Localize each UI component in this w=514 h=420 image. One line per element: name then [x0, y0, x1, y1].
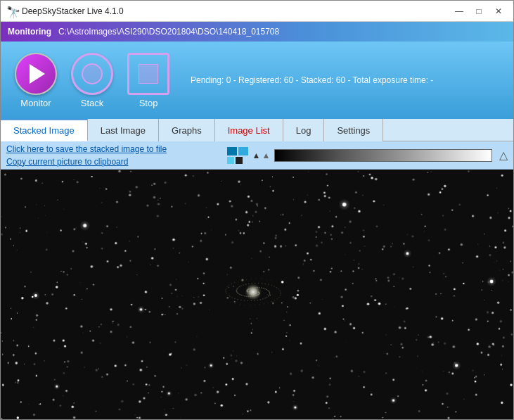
status-text: Pending: 0 - Registered: 60 - Stacked: 6… [191, 75, 499, 85]
stack-inner-circle [82, 63, 103, 84]
triangle-left-icon[interactable]: ▲ [252, 151, 261, 160]
monitor-label: Monitor [20, 98, 51, 108]
stop-btn-square [127, 53, 169, 95]
stop-square-inner [139, 64, 158, 84]
swatch-cyan-dark[interactable] [227, 147, 237, 155]
close-button[interactable]: ✕ [489, 4, 508, 18]
monitor-btn-circle [15, 53, 57, 95]
triangle-right-icon[interactable]: ▲ [262, 151, 271, 160]
swatch-dark[interactable] [236, 157, 243, 164]
monitor-button[interactable]: Monitor [15, 53, 57, 108]
window-controls: — □ ✕ [450, 4, 508, 18]
monitoring-path: C:\AstroImages\ASI290\DSO201804\DSO\1404… [58, 27, 279, 37]
monitoring-bar: Monitoring C:\AstroImages\ASI290\DSO2018… [1, 22, 513, 42]
maximize-button[interactable]: □ [470, 4, 488, 18]
gradient-bar[interactable] [274, 149, 492, 162]
tab-last-image[interactable]: Last Image [88, 119, 159, 141]
save-stacked-link[interactable]: Click here to save the stacked image to … [6, 143, 223, 155]
tabs-bar: Stacked Image Last Image Graphs Image Li… [1, 119, 513, 141]
stack-button[interactable]: Stack [71, 53, 113, 108]
app-icon: 🔭 [6, 6, 18, 17]
stop-label: Stop [139, 98, 158, 108]
monitoring-label: Monitoring [8, 27, 51, 37]
stars-canvas [1, 170, 513, 419]
swatch-row-bottom [227, 157, 248, 164]
swatch-cyan[interactable] [238, 147, 248, 155]
swatch-cyan-light[interactable] [227, 157, 234, 164]
tab-graphs-label: Graphs [172, 125, 202, 136]
image-area [1, 170, 513, 419]
play-icon [30, 64, 45, 84]
color-swatches [227, 147, 248, 164]
tab-log-label: Log [296, 125, 311, 136]
tab-settings[interactable]: Settings [324, 119, 383, 141]
copy-picture-link[interactable]: Copy current picture to clipboard [6, 155, 223, 168]
tab-image-list[interactable]: Image List [215, 119, 283, 141]
tab-image-list-label: Image List [228, 125, 270, 136]
main-window: 🔭 DeepSkyStacker Live 4.1.0 — □ ✕ Monito… [0, 0, 514, 420]
tab-stacked-image-label: Stacked Image [13, 125, 75, 136]
stop-button[interactable]: Stop [127, 53, 169, 108]
swatch-row-top [227, 147, 248, 155]
minimize-button[interactable]: — [450, 4, 468, 18]
stack-label: Stack [81, 98, 104, 108]
stack-btn-circle [71, 53, 113, 95]
toolbar-links: Click here to save the stacked image to … [6, 143, 223, 168]
button-area: Monitor Stack Stop Pending: 0 - Register… [1, 42, 513, 119]
image-toolbar: Click here to save the stacked image to … [1, 141, 513, 170]
title-bar: 🔭 DeepSkyStacker Live 4.1.0 — □ ✕ [1, 1, 513, 22]
histogram-triangle-icon[interactable]: △ [499, 148, 508, 162]
tab-last-image-label: Last Image [101, 125, 146, 136]
tab-log[interactable]: Log [283, 119, 325, 141]
tab-graphs[interactable]: Graphs [159, 119, 215, 141]
app-title: DeepSkyStacker Live 4.1.0 [22, 6, 124, 16]
title-bar-left: 🔭 DeepSkyStacker Live 4.1.0 [6, 6, 124, 17]
tab-settings-label: Settings [337, 125, 370, 136]
tab-stacked-image[interactable]: Stacked Image [1, 119, 88, 141]
